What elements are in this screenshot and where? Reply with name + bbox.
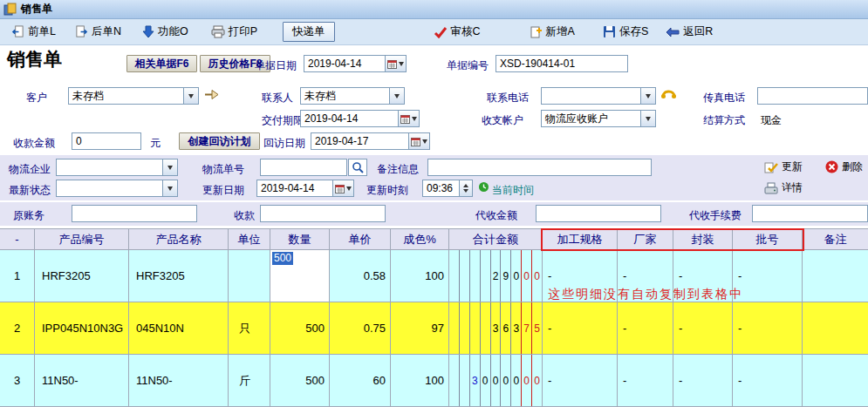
cell-product-name[interactable]: 045N10N bbox=[129, 302, 229, 354]
cell-batch[interactable]: - bbox=[733, 302, 803, 354]
print-button[interactable]: 打印P bbox=[207, 22, 262, 42]
cell-package[interactable]: - bbox=[673, 302, 733, 354]
cell-purity[interactable]: 97 bbox=[391, 302, 449, 354]
cell-purity[interactable]: 100 bbox=[391, 355, 449, 406]
search-button[interactable] bbox=[348, 159, 367, 176]
cell-unit[interactable] bbox=[229, 250, 270, 302]
chevron-down-icon[interactable] bbox=[640, 88, 655, 104]
calendar-icon[interactable] bbox=[408, 133, 429, 149]
receipt-amount-input[interactable]: 0 bbox=[72, 132, 141, 150]
cell-qty[interactable]: 500 bbox=[270, 302, 330, 354]
cell-price[interactable]: 0.58 bbox=[330, 250, 391, 302]
original-account-input[interactable] bbox=[72, 205, 197, 222]
col-header-spec[interactable]: 加工规格 bbox=[543, 229, 618, 249]
create-visit-plan-button[interactable]: 创建回访计划 bbox=[179, 132, 260, 150]
fax-input[interactable] bbox=[757, 87, 868, 105]
update-time-input[interactable]: 09:36 bbox=[422, 180, 473, 197]
save-button[interactable]: 保存S bbox=[598, 22, 653, 42]
cell-spec[interactable]: - bbox=[543, 302, 618, 354]
cell-remark[interactable] bbox=[803, 250, 868, 302]
cell-product-code[interactable]: 11N50- bbox=[35, 355, 129, 406]
cell-package[interactable]: - bbox=[673, 355, 733, 406]
chevron-down-icon[interactable] bbox=[183, 88, 198, 104]
cell-qty-editing[interactable]: 500 bbox=[270, 250, 330, 302]
doc-no-input[interactable]: XSD-190414-01 bbox=[496, 55, 628, 72]
latest-status-select[interactable] bbox=[56, 180, 178, 197]
contact-select[interactable]: 未存档 bbox=[300, 87, 405, 105]
prev-doc-button[interactable]: 前单L bbox=[7, 22, 60, 42]
phone-select[interactable] bbox=[541, 87, 656, 105]
cell-price[interactable]: 0.75 bbox=[330, 302, 391, 354]
update-date-picker[interactable]: 2019-04-14 bbox=[256, 180, 354, 197]
receipt-input[interactable] bbox=[260, 205, 386, 222]
customer-label: 客户 bbox=[26, 91, 47, 105]
current-time-link[interactable]: 当前时间 bbox=[492, 183, 534, 198]
cell-batch[interactable]: - bbox=[733, 355, 803, 406]
calendar-icon[interactable] bbox=[398, 111, 419, 126]
cell-product-name[interactable]: HRF3205 bbox=[129, 250, 229, 302]
cell-remark[interactable] bbox=[803, 355, 868, 406]
col-header-batch[interactable]: 批号 bbox=[733, 229, 803, 249]
col-header-price[interactable]: 单价 bbox=[330, 229, 391, 249]
col-header-unit[interactable]: 单位 bbox=[229, 229, 270, 249]
cell-total-amount[interactable]: 3 6 3 7 5 bbox=[449, 302, 543, 354]
cell-spec[interactable]: - bbox=[543, 355, 618, 406]
col-header-purity[interactable]: 成色% bbox=[391, 229, 449, 249]
row-number[interactable]: 1 bbox=[0, 250, 35, 302]
cell-maker[interactable]: - bbox=[618, 355, 673, 406]
back-button[interactable]: 返回R bbox=[661, 22, 717, 42]
collect-amount-input[interactable] bbox=[536, 205, 661, 222]
cell-batch[interactable]: - bbox=[733, 250, 803, 302]
detail-button[interactable]: 详情 bbox=[764, 180, 803, 195]
account-select[interactable]: 物流应收账户 bbox=[541, 110, 656, 127]
collect-fee-input[interactable] bbox=[752, 205, 868, 222]
next-doc-button[interactable]: 后单N bbox=[71, 22, 126, 42]
delete-button[interactable]: 删除 bbox=[825, 159, 863, 174]
cell-total-amount[interactable]: 3 0 0 0 0 0 0 bbox=[449, 355, 543, 406]
chevron-down-icon[interactable] bbox=[162, 159, 177, 175]
cell-price[interactable]: 60 bbox=[330, 355, 391, 406]
tracking-no-input[interactable] bbox=[260, 159, 347, 176]
chevron-down-icon[interactable] bbox=[640, 111, 655, 126]
cell-product-name[interactable]: 11N50- bbox=[129, 355, 229, 406]
row-number[interactable]: 3 bbox=[0, 355, 35, 406]
doc-date-picker[interactable]: 2019-04-14 bbox=[304, 55, 407, 72]
pointing-hand-icon[interactable] bbox=[204, 89, 220, 100]
cell-maker[interactable]: - bbox=[618, 302, 673, 354]
cell-product-code[interactable]: HRF3205 bbox=[35, 250, 129, 302]
add-new-button[interactable]: 新增A bbox=[525, 22, 579, 42]
audit-button[interactable]: 审核C bbox=[429, 22, 485, 42]
cell-unit[interactable]: 只 bbox=[229, 302, 270, 354]
col-header-total[interactable]: 合计金额 bbox=[449, 229, 543, 249]
telephone-icon[interactable] bbox=[660, 86, 677, 99]
remark-input[interactable] bbox=[427, 159, 652, 176]
chevron-down-icon[interactable] bbox=[389, 88, 404, 104]
cell-remark[interactable] bbox=[803, 302, 868, 354]
col-header-maker[interactable]: 厂家 bbox=[618, 229, 673, 249]
function-menu-button[interactable]: 功能O bbox=[138, 22, 193, 42]
col-header-qty[interactable]: 数量 bbox=[270, 229, 330, 249]
related-docs-button[interactable]: 相关单据F6 bbox=[126, 55, 197, 72]
cell-qty[interactable]: 500 bbox=[270, 355, 330, 406]
time-spinner[interactable] bbox=[459, 180, 472, 196]
cell-total-amount[interactable]: 2 9 0 0 0 bbox=[449, 250, 543, 302]
col-header-product-name[interactable]: 产品名称 bbox=[129, 229, 229, 249]
col-header-rownum[interactable]: - bbox=[0, 229, 35, 249]
logistics-company-select[interactable] bbox=[56, 159, 178, 176]
cell-purity[interactable]: 100 bbox=[391, 250, 449, 302]
cell-product-code[interactable]: IPP045N10N3G bbox=[35, 302, 129, 354]
courier-order-button[interactable]: 快递单 bbox=[283, 22, 335, 42]
delivery-date-picker[interactable]: 2019-04-14 bbox=[300, 110, 420, 127]
settle-value[interactable]: 现金 bbox=[761, 113, 782, 128]
row-number[interactable]: 2 bbox=[0, 302, 35, 354]
visit-date-picker[interactable]: 2019-04-17 bbox=[311, 132, 430, 150]
cell-unit[interactable]: 斤 bbox=[229, 355, 270, 406]
col-header-package[interactable]: 封装 bbox=[673, 229, 733, 249]
update-button[interactable]: 更新 bbox=[764, 159, 803, 174]
calendar-icon[interactable] bbox=[332, 180, 353, 196]
col-header-product-code[interactable]: 产品编号 bbox=[35, 229, 129, 249]
customer-select[interactable]: 未存档 bbox=[68, 87, 199, 105]
calendar-icon[interactable] bbox=[385, 56, 406, 71]
chevron-down-icon[interactable] bbox=[162, 180, 177, 196]
col-header-remark[interactable]: 备注 bbox=[803, 229, 868, 249]
